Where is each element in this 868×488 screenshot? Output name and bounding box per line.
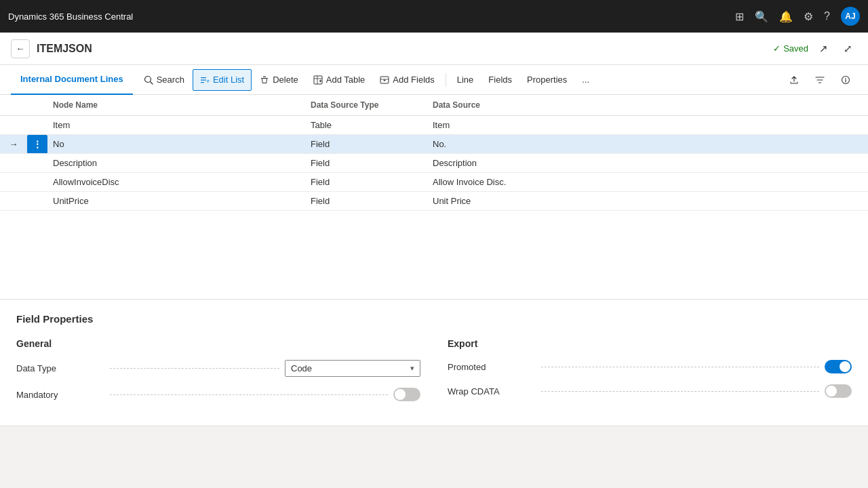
row-dots-cell: [27, 154, 47, 173]
promoted-dots: [541, 367, 819, 367]
wrap-cdata-row: Wrap CDATA: [448, 384, 852, 398]
add-fields-icon: [380, 75, 389, 85]
svg-rect-7: [314, 76, 322, 84]
row-arrow-cell: [0, 154, 27, 173]
col-header-ds: Data Source: [427, 95, 868, 116]
top-nav-left: Dynamics 365 Business Central: [8, 12, 133, 22]
data-table-area: Node Name Data Source Type Data Source I…: [0, 95, 868, 300]
export-group: Export Promoted Wrap CDATA: [448, 338, 852, 412]
delete-icon: [260, 75, 269, 85]
document-lines-table: Node Name Data Source Type Data Source I…: [0, 95, 868, 211]
row-dots-cell[interactable]: ⋮: [27, 135, 47, 154]
add-table-button[interactable]: Add Table: [307, 69, 372, 91]
table-row[interactable]: UnitPriceFieldUnit Price: [0, 192, 868, 211]
search-button[interactable]: Search: [137, 69, 191, 91]
page-title: ITEMJSON: [37, 43, 92, 55]
promoted-toggle[interactable]: [825, 360, 852, 373]
bell-icon[interactable]: 🔔: [779, 10, 793, 23]
row-node-name: No: [47, 135, 305, 154]
col-header-node-name: Node Name: [47, 95, 305, 116]
properties-grid: General Data Type Code ▾ Mandatory Expor…: [16, 338, 852, 412]
page-header-right: ✓ Saved ↗ ⤢: [773, 39, 857, 58]
bottom-divider: [0, 426, 868, 426]
table-row[interactable]: ItemTableItem: [0, 116, 868, 135]
fields-button[interactable]: Fields: [481, 69, 519, 91]
row-ds-type: Table: [305, 116, 427, 135]
wrap-cdata-label: Wrap CDATA: [448, 386, 536, 396]
table-row[interactable]: DescriptionFieldDescription: [0, 154, 868, 173]
svg-line-1: [150, 81, 153, 84]
saved-badge: ✓ Saved: [773, 43, 808, 54]
row-ds-type: Field: [305, 192, 427, 211]
wrap-cdata-dots: [541, 391, 819, 392]
toolbar: Internal Document Lines Search Edit List…: [0, 65, 868, 95]
back-button[interactable]: ←: [11, 39, 30, 58]
wrap-cdata-toggle[interactable]: [825, 384, 852, 398]
tab-internal-document-lines[interactable]: Internal Document Lines: [11, 65, 133, 95]
page-header: ← ITEMJSON ✓ Saved ↗ ⤢: [0, 33, 868, 65]
row-arrow-cell: [0, 192, 27, 211]
svg-rect-3: [201, 79, 206, 80]
svg-rect-5: [261, 78, 268, 79]
general-group: General Data Type Code ▾ Mandatory: [16, 338, 420, 412]
data-type-label: Data Type: [16, 363, 104, 373]
delete-button[interactable]: Delete: [253, 69, 305, 91]
search-icon[interactable]: 🔍: [755, 10, 768, 23]
open-new-window-button[interactable]: ↗: [814, 39, 833, 58]
promoted-label: Promoted: [448, 362, 536, 372]
table-row[interactable]: →⋮NoFieldNo.: [0, 135, 868, 154]
mandatory-dots: [110, 394, 388, 395]
settings-icon[interactable]: ⚙: [804, 10, 813, 23]
toolbar-right: [783, 69, 857, 91]
checkmark-icon: ✓: [773, 43, 781, 54]
table-empty-area: [0, 211, 868, 299]
line-button[interactable]: Line: [450, 69, 481, 91]
mandatory-label: Mandatory: [16, 390, 104, 400]
svg-rect-6: [263, 76, 266, 77]
row-ds: Description: [427, 154, 868, 173]
mandatory-row: Mandatory: [16, 388, 420, 401]
help-icon[interactable]: ?: [824, 10, 830, 22]
top-nav-right: ⊞ 🔍 🔔 ⚙ ? AJ: [735, 7, 860, 26]
mandatory-toggle-thumb: [395, 389, 406, 400]
row-ds: No.: [427, 135, 868, 154]
data-type-dots: [110, 368, 279, 369]
data-type-select[interactable]: Code ▾: [285, 360, 420, 377]
filter-button[interactable]: [808, 69, 831, 91]
toolbar-separator-1: [446, 73, 446, 87]
row-node-name: Item: [47, 116, 305, 135]
table-row[interactable]: AllowInvoiceDiscFieldAllow Invoice Disc.: [0, 173, 868, 192]
row-dots-cell: [27, 173, 47, 192]
avatar[interactable]: AJ: [841, 7, 860, 26]
add-table-icon: [313, 75, 323, 85]
mandatory-toggle[interactable]: [393, 388, 420, 401]
row-dots-cell: [27, 192, 47, 211]
top-nav: Dynamics 365 Business Central ⊞ 🔍 🔔 ⚙ ? …: [0, 0, 868, 33]
edit-list-button[interactable]: Edit List: [193, 69, 252, 91]
export-title: Export: [448, 338, 852, 349]
expand-button[interactable]: ⤢: [838, 39, 857, 58]
wrap-cdata-toggle-thumb: [826, 386, 837, 396]
field-properties-section: Field Properties General Data Type Code …: [0, 300, 868, 426]
row-node-name: AllowInvoiceDisc: [47, 173, 305, 192]
properties-button[interactable]: Properties: [520, 69, 574, 91]
row-node-name: UnitPrice: [47, 192, 305, 211]
info-icon: [841, 75, 850, 85]
info-button[interactable]: [834, 69, 857, 91]
share-icon: [789, 75, 799, 85]
promoted-row: Promoted: [448, 360, 852, 373]
share-button[interactable]: [783, 69, 806, 91]
general-title: General: [16, 338, 420, 349]
apps-icon[interactable]: ⊞: [735, 10, 744, 23]
chevron-down-icon: ▾: [410, 364, 414, 373]
svg-point-13: [845, 77, 846, 78]
row-ds: Allow Invoice Disc.: [427, 173, 868, 192]
search-icon: [144, 75, 153, 85]
more-button[interactable]: ...: [575, 69, 596, 91]
saved-label: Saved: [783, 43, 808, 54]
filter-icon: [815, 75, 825, 85]
add-fields-button[interactable]: Add Fields: [373, 69, 441, 91]
edit-list-icon: [200, 75, 210, 85]
row-ds-type: Field: [305, 135, 427, 154]
col-header-ds-type: Data Source Type: [305, 95, 427, 116]
